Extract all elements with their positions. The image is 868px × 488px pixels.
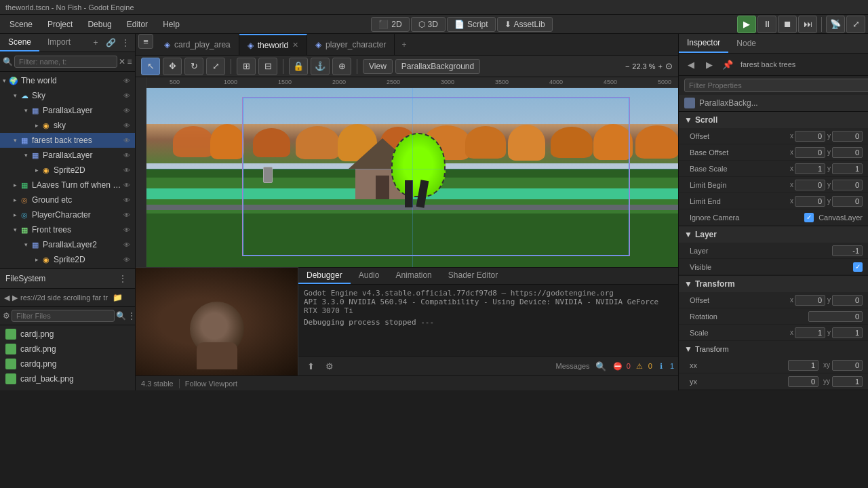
tree-lock-btn[interactable]: 👁 — [121, 90, 132, 101]
tree-arrow[interactable]: ▾ — [22, 151, 30, 159]
scale-y-input[interactable] — [832, 327, 863, 338]
menu-help[interactable]: Help — [156, 18, 186, 31]
tab-inspector[interactable]: Inspector — [679, 34, 728, 53]
tree-item[interactable]: ▾▦Front trees👁 — [0, 222, 135, 237]
filesystem-item[interactable]: cardq.png — [0, 357, 135, 371]
menu-project[interactable]: Project — [41, 18, 79, 31]
tree-arrow[interactable]: ▾ — [22, 241, 30, 249]
transform-xy-input[interactable] — [832, 360, 863, 371]
scene-add-button[interactable]: + — [89, 36, 102, 49]
tree-item[interactable]: ▸▦LAaves Turn off when no...👁 — [0, 178, 135, 192]
tree-item[interactable]: ▸◉Sprite2D👁 — [0, 252, 135, 267]
tree-arrow[interactable]: ▸ — [11, 196, 19, 204]
fs-filter-menu[interactable]: ⋮ — [127, 309, 136, 323]
limit-begin-x-input[interactable] — [795, 180, 825, 190]
console-search-btn[interactable]: 🔍 — [593, 358, 609, 374]
tree-arrow[interactable]: ▸ — [33, 256, 41, 264]
base-scale-y-input[interactable] — [832, 163, 863, 174]
tab-scene[interactable]: Scene — [0, 34, 39, 52]
parallax-bg-button[interactable]: ParallaxBackground — [395, 59, 480, 74]
mode-script-button[interactable]: 📄 Script — [447, 17, 496, 32]
menu-debug[interactable]: Debug — [81, 18, 118, 31]
fs-path-fwd[interactable]: ▶ — [12, 293, 18, 302]
play-button[interactable]: ▶ — [737, 16, 756, 33]
tree-arrow[interactable]: ▸ — [11, 211, 19, 219]
transform-offset-x-input[interactable] — [795, 295, 825, 306]
tree-item[interactable]: ▾☁Sky👁 — [0, 88, 135, 103]
tree-lock-btn[interactable]: 👁 — [121, 75, 132, 86]
snap-tool[interactable]: ⊞ — [237, 58, 256, 75]
tree-item[interactable]: ▾▦ParallaxLayer👁 — [0, 103, 135, 118]
console-tab-animation[interactable]: Animation — [387, 268, 439, 284]
tree-arrow[interactable]: ▸ — [33, 121, 41, 129]
inspector-history-fwd[interactable]: ▶ — [701, 56, 717, 73]
tree-arrow[interactable]: ▸ — [33, 166, 41, 174]
tab-node[interactable]: Node — [728, 35, 764, 52]
tree-lock-btn[interactable]: 👁 — [121, 209, 132, 220]
mode-assetlib-button[interactable]: ⬇ AssetLib — [497, 17, 553, 32]
limit-begin-y-input[interactable] — [832, 180, 863, 190]
rotate-tool[interactable]: ↻ — [184, 58, 203, 75]
transform-yx-input[interactable] — [788, 376, 818, 387]
console-tab-audio[interactable]: Audio — [351, 268, 388, 284]
tab-theworld-close[interactable]: ✕ — [292, 41, 298, 49]
scene-filter-input[interactable] — [14, 56, 117, 68]
tree-item[interactable]: ▸◎Ground etc👁 — [0, 192, 135, 207]
pause-button[interactable]: ⏸ — [757, 16, 776, 33]
transform-xx-input[interactable] — [788, 360, 818, 371]
tree-item[interactable]: ▸◉Sprite2D👁 — [0, 163, 135, 178]
fs-filter-search[interactable]: 🔍 — [116, 309, 126, 323]
grid-tool[interactable]: ⊟ — [258, 58, 277, 75]
scene-view-toggle[interactable]: ≡ — [127, 55, 132, 68]
base-scale-x-input[interactable] — [795, 163, 825, 174]
tree-item[interactable]: ▾▦farest back trees👁 — [0, 133, 135, 148]
tree-arrow[interactable]: ▾ — [11, 226, 19, 234]
tree-item[interactable]: ▸◎PlayerCharacter👁 — [0, 207, 135, 222]
inspector-pin[interactable]: 📌 — [719, 56, 736, 73]
tree-arrow[interactable]: ▸ — [11, 181, 19, 189]
zoom-in-btn[interactable]: + — [658, 62, 663, 70]
tree-arrow[interactable]: ▾ — [11, 92, 19, 100]
tree-lock-btn[interactable]: 👁 — [121, 150, 132, 161]
menu-scene[interactable]: Scene — [3, 18, 39, 31]
tree-lock-btn[interactable]: 👁 — [121, 224, 132, 235]
scene-menu-button[interactable]: ⋮ — [119, 36, 132, 49]
tree-lock-btn[interactable]: 👁 — [121, 165, 132, 176]
mode-2d-button[interactable]: ⬛ 2D — [371, 17, 409, 32]
limit-end-y-input[interactable] — [832, 196, 863, 207]
filesystem-item[interactable]: card_back.png — [0, 371, 135, 386]
limit-end-x-input[interactable] — [795, 196, 825, 207]
menu-editor[interactable]: Editor — [120, 18, 155, 31]
tree-lock-btn[interactable]: 👁 — [121, 254, 132, 265]
layer-value-input[interactable] — [832, 245, 863, 256]
transform-offset-y-input[interactable] — [832, 295, 863, 306]
tree-lock-btn[interactable]: 👁 — [121, 239, 132, 250]
tree-item[interactable]: ▾▦ParallaxLayer2👁 — [0, 237, 135, 252]
tree-lock-btn[interactable]: 👁 — [121, 195, 132, 205]
console-tab-shader[interactable]: Shader Editor — [440, 268, 506, 284]
stop-button[interactable]: ⏹ — [778, 16, 797, 33]
inspector-filter-input[interactable] — [684, 79, 868, 92]
filesystem-menu[interactable]: ⋮ — [116, 272, 130, 285]
tree-item[interactable]: ▾▦ParallaxLayer👁 — [0, 148, 135, 163]
tab-theworld[interactable]: ◈ theworld ✕ — [239, 34, 307, 55]
transform-matrix-header[interactable]: ▼ Transform — [679, 341, 868, 357]
base-offset-y-input[interactable] — [832, 147, 863, 158]
viewport-canvas[interactable]: 500 1000 1500 2000 2500 3000 3500 4000 4… — [136, 77, 678, 267]
scroll-section-header[interactable]: ▼ Scroll — [679, 112, 868, 128]
scale-tool[interactable]: ⤢ — [206, 58, 225, 75]
scene-link-button[interactable]: 🔗 — [104, 36, 117, 49]
tree-arrow[interactable]: ▾ — [22, 106, 30, 115]
inspector-history-back[interactable]: ◀ — [683, 56, 699, 73]
transform-yy-input[interactable] — [832, 376, 863, 387]
scene-filter-clear[interactable]: ✕ — [119, 55, 125, 68]
console-settings-btn[interactable]: ⚙ — [321, 358, 338, 374]
viewport-scene[interactable] — [146, 88, 678, 267]
tree-lock-btn[interactable]: 👁 — [121, 120, 132, 131]
filesystem-item[interactable]: cardj.png — [0, 327, 135, 342]
fs-path-back[interactable]: ◀ — [4, 293, 9, 302]
transform-section-header[interactable]: ▼ Transform — [679, 276, 868, 292]
offset-y-input[interactable] — [832, 131, 863, 142]
step-button[interactable]: ⏭ — [798, 16, 817, 33]
layer-section-header[interactable]: ▼ Layer — [679, 226, 868, 243]
